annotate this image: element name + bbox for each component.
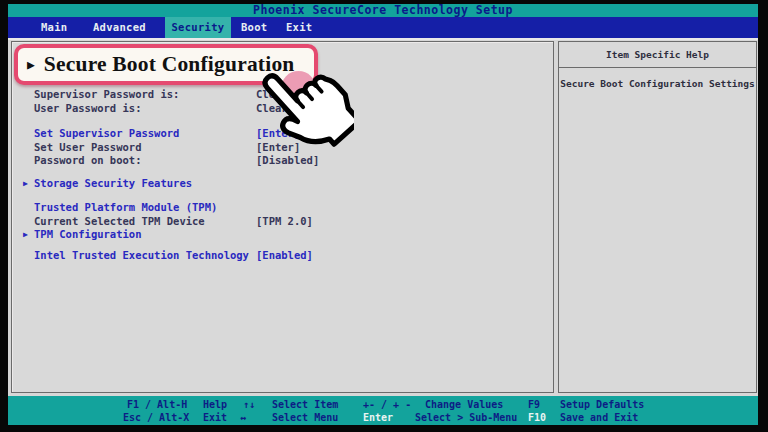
key-hint-label: Setup Defaults (560, 398, 644, 411)
key-hint: F10 (528, 411, 546, 424)
setting-label: Supervisor Password is: (34, 88, 179, 100)
callout-label: Secure Boot Configuration (44, 52, 295, 77)
setting-label: TPM Configuration (34, 228, 141, 240)
key-hint-label: Exit (203, 411, 227, 424)
key-hint: F9 (528, 398, 540, 411)
key-hint-label: Help (203, 398, 227, 411)
setting-label: User Password is: (34, 102, 141, 114)
key-hint-label: Change Values (425, 398, 503, 411)
tab-advanced[interactable]: Advanced (93, 17, 146, 38)
key-help-bar: F1 / Alt-H Help ↑↓ Select Item +- / + - … (8, 396, 758, 425)
setting-label: Password on boot: (34, 154, 141, 166)
setting-label: Storage Security Features (34, 177, 192, 189)
key-hint: ↑↓ (243, 398, 255, 411)
bios-screenshot: { "window": { "title": "Phoenix SecureCo… (0, 0, 768, 432)
setting-label: Trusted Platform Module (TPM) (34, 201, 217, 213)
key-hint: F1 / Alt-H (127, 398, 187, 411)
window-title: Phoenix SecureCore Technology Setup (8, 4, 758, 17)
key-hint: Enter (363, 411, 393, 424)
help-panel-title: Item Specific Help (559, 42, 756, 68)
setting-row-intel-txt[interactable]: Intel Trusted Execution Technology [Enab… (34, 249, 534, 263)
setting-value: [TPM 2.0] (256, 215, 313, 229)
submenu-arrow-icon: ▶ (23, 177, 28, 191)
setting-row-tpm-configuration[interactable]: ▶ TPM Configuration (34, 228, 534, 242)
help-panel-content: Secure Boot Configuration Settings (559, 78, 756, 89)
key-hint-label: Select > Sub-Menu (415, 411, 517, 424)
submenu-arrow-icon: ▶ (23, 228, 28, 242)
submenu-arrow-icon: ▶ (27, 57, 35, 72)
tab-exit[interactable]: Exit (286, 17, 313, 38)
setting-label: Intel Trusted Execution Technology (34, 249, 249, 261)
item-specific-help-panel: Item Specific Help Secure Boot Configura… (558, 41, 757, 393)
tab-security[interactable]: Security (165, 17, 231, 38)
hand-pointer-cursor-icon (262, 54, 354, 166)
bios-screen: Phoenix SecureCore Technology Setup Main… (8, 4, 758, 425)
key-hint-label: Save and Exit (560, 411, 638, 424)
tab-boot[interactable]: Boot (241, 17, 268, 38)
setting-value: [Enabled] (256, 249, 313, 263)
key-hint-label: Select Menu (272, 411, 338, 424)
setting-label: Set Supervisor Password (34, 127, 179, 139)
setting-label: Current Selected TPM Device (34, 215, 205, 227)
key-hint: +- / + - (363, 398, 411, 411)
body-area: Supervisor Password is: Cleared User Pas… (8, 38, 758, 398)
key-hint-label: Select Item (272, 398, 338, 411)
setting-row-storage-security-features[interactable]: ▶ Storage Security Features (34, 177, 534, 191)
setting-row-current-tpm-device[interactable]: Current Selected TPM Device [TPM 2.0] (34, 215, 534, 229)
menu-bar: Main Advanced Security Boot Exit (8, 17, 758, 38)
setting-row-tpm-heading: Trusted Platform Module (TPM) (34, 201, 534, 215)
key-hint: ↔ (240, 411, 246, 424)
setting-label: Set User Password (34, 141, 141, 153)
key-hint: Esc / Alt-X (123, 411, 189, 424)
tab-main[interactable]: Main (41, 17, 68, 38)
